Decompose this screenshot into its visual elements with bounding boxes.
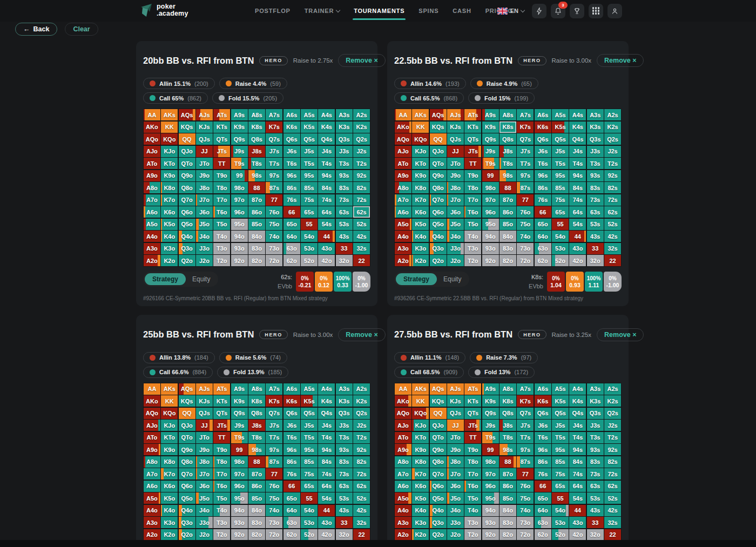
hand-cell[interactable]: 54s bbox=[318, 492, 335, 504]
hand-cell[interactable]: 77 bbox=[266, 468, 282, 480]
hand-cell[interactable]: JJ bbox=[447, 146, 464, 157]
hand-cell[interactable]: K6s bbox=[284, 121, 300, 133]
hand-cell[interactable]: J9o bbox=[196, 444, 213, 455]
hand-cell[interactable]: ATs bbox=[213, 383, 230, 395]
legend-chip-allin[interactable]: Allin 13.8%(184) bbox=[143, 352, 215, 363]
hand-cell[interactable]: Q9o bbox=[430, 170, 447, 181]
hand-cell[interactable]: T3s bbox=[587, 432, 604, 443]
hand-cell[interactable]: 96o bbox=[482, 481, 499, 492]
hand-cell[interactable]: 64o bbox=[535, 505, 551, 516]
hand-cell[interactable]: 53s bbox=[336, 492, 353, 504]
hand-cell[interactable]: AJo bbox=[144, 146, 160, 157]
hand-cell[interactable]: T2o bbox=[464, 529, 481, 541]
hand-cell[interactable]: T8o bbox=[213, 456, 230, 468]
hand-cell[interactable]: Q9s bbox=[231, 133, 248, 145]
hand-cell[interactable]: K4s bbox=[569, 121, 586, 133]
hand-cell[interactable]: A9s bbox=[482, 383, 499, 395]
hand-cell[interactable]: K7s bbox=[266, 121, 282, 133]
hand-cell[interactable]: K8s bbox=[248, 395, 265, 407]
hand-cell[interactable]: J9s bbox=[231, 420, 248, 431]
hand-cell[interactable]: A3o bbox=[144, 243, 160, 254]
hand-cell[interactable]: Q8o bbox=[430, 182, 447, 193]
hand-cell[interactable]: KQo bbox=[412, 408, 429, 419]
hand-cell[interactable]: K9o bbox=[161, 444, 178, 455]
hand-cell[interactable]: T5o bbox=[464, 219, 481, 230]
app-logo[interactable]: poker .academy bbox=[139, 3, 188, 18]
hand-cell[interactable]: 86o bbox=[248, 481, 265, 492]
hand-cell[interactable]: T7s bbox=[517, 158, 534, 169]
legend-chip-allin[interactable]: Allin 11.1%(148) bbox=[394, 352, 465, 363]
hand-cell[interactable]: JJ bbox=[196, 146, 213, 157]
hand-cell[interactable]: 98o bbox=[482, 182, 499, 193]
hand-cell[interactable]: 93o bbox=[231, 517, 248, 528]
hand-cell[interactable]: A9o bbox=[395, 170, 411, 181]
hand-cell[interactable]: 72s bbox=[604, 194, 621, 206]
hand-cell[interactable]: 54s bbox=[569, 492, 586, 504]
hand-cell[interactable]: 42o bbox=[569, 255, 586, 266]
hand-cell[interactable]: J3s bbox=[336, 420, 353, 431]
hand-cell[interactable]: A2o bbox=[144, 529, 160, 541]
hand-cell[interactable]: T3o bbox=[213, 517, 230, 528]
hand-cell[interactable]: A2o bbox=[395, 255, 411, 266]
hand-cell[interactable]: 86o bbox=[500, 206, 516, 218]
hand-cell[interactable]: 44 bbox=[569, 505, 586, 516]
hand-cell[interactable]: AKs bbox=[161, 383, 178, 395]
hand-cell[interactable]: 93s bbox=[587, 170, 604, 181]
hand-cell[interactable]: 76s bbox=[284, 194, 300, 206]
hand-cell[interactable]: A8s bbox=[500, 109, 516, 120]
hand-cell[interactable]: K8s bbox=[500, 395, 516, 407]
hand-cell[interactable]: 74o bbox=[517, 231, 534, 242]
hand-cell[interactable]: K7s bbox=[517, 395, 534, 407]
hand-cell[interactable]: K2o bbox=[161, 255, 178, 266]
hand-cell[interactable]: 43s bbox=[587, 505, 604, 516]
hand-cell[interactable]: K3s bbox=[336, 121, 353, 133]
hand-cell[interactable]: J3s bbox=[336, 146, 353, 157]
hand-cell[interactable]: 77 bbox=[266, 194, 282, 206]
hand-cell[interactable]: J4o bbox=[447, 231, 464, 242]
hand-cell[interactable]: 87s bbox=[517, 456, 534, 468]
hand-cell[interactable]: T6o bbox=[213, 481, 230, 492]
hand-cell[interactable]: 92o bbox=[231, 529, 248, 541]
hand-cell[interactable]: 76o bbox=[266, 206, 282, 218]
hand-cell[interactable]: JTs bbox=[213, 146, 230, 157]
hand-cell[interactable]: K6o bbox=[161, 206, 178, 218]
hand-cell[interactable]: Q6s bbox=[284, 133, 300, 145]
hand-cell[interactable]: K4o bbox=[161, 231, 178, 242]
hand-cell[interactable]: 95s bbox=[552, 170, 569, 181]
hand-cell[interactable]: KQs bbox=[179, 395, 195, 407]
hand-cell[interactable]: AA bbox=[395, 383, 411, 395]
hand-cell[interactable]: K3s bbox=[336, 395, 353, 407]
hand-cell[interactable]: A3s bbox=[587, 383, 604, 395]
hand-cell[interactable]: K6s bbox=[535, 121, 551, 133]
hand-cell[interactable]: J8o bbox=[196, 456, 213, 468]
hand-cell[interactable]: A6o bbox=[395, 481, 411, 492]
hand-cell[interactable]: K5s bbox=[552, 121, 569, 133]
hand-cell[interactable]: A3s bbox=[587, 109, 604, 120]
hand-cell[interactable]: 65o bbox=[284, 492, 300, 504]
hand-cell[interactable]: A9s bbox=[231, 109, 248, 120]
hand-cell[interactable]: A5o bbox=[144, 492, 160, 504]
hand-cell[interactable]: 62s bbox=[353, 481, 370, 492]
hand-cell[interactable]: 76s bbox=[535, 468, 551, 480]
hand-cell[interactable]: 44 bbox=[569, 231, 586, 242]
hand-cell[interactable]: 93o bbox=[482, 517, 499, 528]
hand-cell[interactable]: K7s bbox=[517, 121, 534, 133]
hand-cell[interactable]: 87o bbox=[500, 468, 516, 480]
hand-cell[interactable]: KQs bbox=[179, 121, 195, 133]
hand-cell[interactable]: QJs bbox=[447, 408, 464, 419]
hand-cell[interactable]: 55 bbox=[301, 219, 318, 230]
hand-cell[interactable]: 63o bbox=[284, 517, 300, 528]
language-selector[interactable]: EN bbox=[497, 8, 524, 15]
hand-cell[interactable]: 63s bbox=[587, 206, 604, 218]
hand-cell[interactable]: KK bbox=[161, 395, 178, 407]
achievements-button[interactable] bbox=[570, 4, 584, 18]
hand-cell[interactable]: Q5s bbox=[552, 133, 569, 145]
hand-cell[interactable]: A3s bbox=[336, 383, 353, 395]
hand-cell[interactable]: A4o bbox=[144, 231, 160, 242]
hand-cell[interactable]: Q5o bbox=[430, 219, 447, 230]
hand-cell[interactable]: Q4s bbox=[318, 133, 335, 145]
hand-cell[interactable]: 43o bbox=[569, 243, 586, 254]
hand-cell[interactable]: KJs bbox=[196, 395, 213, 407]
hand-cell[interactable]: 73s bbox=[336, 194, 353, 206]
hand-cell[interactable]: JTo bbox=[196, 158, 213, 169]
